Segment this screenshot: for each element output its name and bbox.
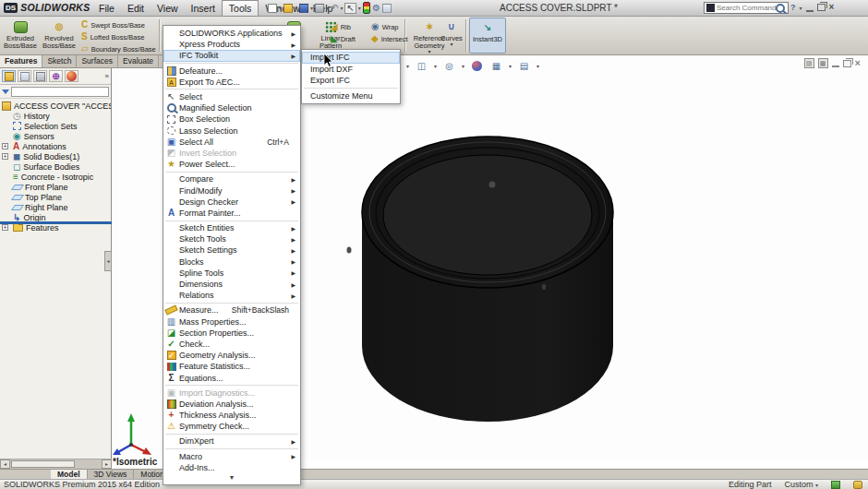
submenu-item-import-dxf[interactable]: Import DXF [302, 64, 400, 76]
displaymanager-tab-button[interactable] [65, 70, 78, 82]
menu-item-blocks[interactable]: Blocks▶ [163, 256, 300, 268]
model-access-cover-cylinder[interactable] [342, 118, 637, 428]
tree-item-solid-bodies-1-[interactable]: +◼Solid Bodies(1) [0, 151, 111, 161]
display-style-button[interactable]: ◫ [415, 59, 428, 73]
tree-item-annotations[interactable]: +AAnnotations [0, 141, 111, 151]
menu-item-find-modify[interactable]: Find/Modify▶ [163, 185, 300, 196]
menu-item-sketch-tools[interactable]: Sketch Tools▶ [163, 233, 300, 244]
menu-item-symmetry-check-[interactable]: ⚠Symmetry Check... [163, 421, 300, 432]
apply-scene-button[interactable]: ▦ [489, 59, 503, 73]
featuremanager-tab-button[interactable] [2, 70, 16, 82]
filter-input[interactable] [11, 87, 109, 97]
search-box[interactable] [704, 2, 789, 14]
qat-dropdown-icon[interactable]: ▾ [326, 5, 329, 11]
menu-item-select-all[interactable]: ▣Select AllCtrl+A [163, 137, 300, 148]
tree-root-item[interactable]: ACCESS COVER "ACCESS HOLE" ( [0, 101, 111, 111]
expand-icon[interactable]: + [2, 143, 8, 149]
edit-appearance-button[interactable] [470, 59, 484, 73]
revolved-boss-button[interactable]: ◎Revolved Boss/Base [41, 18, 78, 54]
menu-item-export-to-aec-[interactable]: AExport To AEC... [163, 77, 300, 88]
submenu-item-customize-menu[interactable]: Customize Menu [302, 90, 400, 102]
menu-item-feature-statistics-[interactable]: Feature Statistics... [163, 361, 300, 372]
window-pane-icon-2[interactable]: ▩ [818, 58, 828, 68]
menu-item-format-painter-[interactable]: AFormat Painter... [163, 208, 300, 219]
menu-item-solidworks-applications[interactable]: SOLIDWORKS Applications▶ [163, 28, 300, 39]
menu-item-compare[interactable]: Compare▶ [163, 173, 300, 185]
dropdown-arrow-icon[interactable]: ▾ [509, 63, 512, 69]
dimxpertmanager-tab-button[interactable]: ⊕ [49, 70, 63, 82]
menu-item-dimxpert[interactable]: DimXpert▶ [163, 435, 300, 447]
menu-item-lasso-selection[interactable]: Lasso Selection [163, 125, 300, 137]
menu-item-section-properties-[interactable]: ◪Section Properties... [163, 328, 300, 339]
expand-icon[interactable]: + [2, 224, 8, 231]
qat-new-button[interactable] [268, 4, 277, 13]
menu-item-spline-tools[interactable]: Spline Tools▶ [163, 268, 300, 279]
scrollbar-track[interactable] [10, 459, 102, 469]
menu-scroll-down-icon[interactable]: ▼ [163, 473, 300, 483]
menu-item-invert-selection[interactable]: ◩Invert Selection [163, 148, 300, 159]
help-icon[interactable]: ? [790, 4, 796, 12]
dropdown-arrow-icon[interactable]: ▾ [434, 63, 437, 69]
menu-item-box-selection[interactable]: Box Selection [163, 113, 300, 125]
instant3d-button[interactable]: ↘Instant3D [469, 18, 506, 54]
qat-select-button[interactable]: ↖ [344, 3, 356, 14]
dropdown-arrow-icon[interactable]: ▾ [462, 63, 464, 69]
tree-item-front-plane[interactable]: Front Plane [0, 182, 111, 192]
panel-splitter-handle[interactable]: ◂ [104, 251, 112, 271]
lofted-boss-button[interactable]: SLofted Boss/Base [81, 31, 144, 42]
menu-item-defeature-[interactable]: Defeature... [163, 66, 300, 77]
view-settings-button[interactable]: ▤ [517, 59, 531, 73]
tree-item-sensors[interactable]: ◉Sensors [0, 131, 111, 141]
menu-file[interactable]: File [92, 0, 121, 17]
menu-item-measure-[interactable]: Measure...Shift+BackSlash [163, 304, 300, 316]
menu-item-add-ins-[interactable]: Add-Ins... [163, 462, 300, 473]
menu-item-geometry-analysis-[interactable]: ✓Geometry Analysis... [163, 350, 300, 361]
menu-item-xpress-products[interactable]: Xpress Products▶ [163, 39, 300, 50]
search-icon[interactable] [776, 4, 785, 13]
menu-item-sketch-entities[interactable]: Sketch Entities▶ [163, 222, 300, 233]
tab-evaluate[interactable]: Evaluate [118, 55, 159, 67]
model-tab-model[interactable]: Model [51, 470, 88, 479]
qat-file-properties-button[interactable] [382, 4, 392, 13]
tree-item-top-plane[interactable]: Top Plane [0, 192, 111, 202]
rollback-bar[interactable] [0, 221, 112, 224]
close-icon[interactable]: × [829, 3, 835, 12]
draft-button[interactable]: ◣Draft [331, 33, 356, 44]
menu-item-deviation-analysis-[interactable]: Deviation Analysis... [163, 399, 300, 410]
panel-chevron-icon[interactable]: » [105, 72, 109, 80]
tree-item-surface-bodies[interactable]: ◻Surface Bodies [0, 161, 111, 172]
qat-print-button[interactable] [315, 4, 324, 13]
qat-dropdown-icon[interactable]: ▾ [358, 5, 361, 11]
submenu-item-import-ifc[interactable]: Import IFC [302, 52, 400, 64]
help-dropdown-icon[interactable]: ▾ [800, 5, 802, 11]
model-tab-3d-views[interactable]: 3D Views [88, 470, 135, 479]
extruded-boss-button[interactable]: Extruded Boss/Base [2, 18, 39, 54]
menu-item-magnified-selection[interactable]: Magnified Selection [163, 102, 300, 113]
menu-item-select[interactable]: ↖Select [163, 91, 300, 102]
menu-item-sketch-settings[interactable]: Sketch Settings▶ [163, 244, 300, 256]
menu-item-mass-properties-[interactable]: ▥Mass Properties... [163, 316, 300, 328]
menu-item-dimensions[interactable]: Dimensions▶ [163, 279, 300, 290]
tab-sketch[interactable]: Sketch [42, 55, 77, 67]
intersect-button[interactable]: ◆Intersect [371, 33, 407, 44]
scroll-left-icon[interactable]: ◂ [0, 459, 10, 469]
qat-undo-button[interactable]: ↶ [331, 4, 338, 13]
minimize-icon[interactable] [806, 4, 814, 12]
qat-dropdown-icon[interactable]: ▾ [295, 5, 297, 11]
boundary-boss-button[interactable]: ▱Boundary Boss/Base [81, 43, 156, 54]
tree-item-right-plane[interactable]: Right Plane [0, 202, 111, 212]
feature-tree-hscrollbar[interactable]: ◂ ▸ [0, 459, 112, 469]
status-help-icon[interactable] [831, 481, 840, 489]
rib-button[interactable]: ◢Rib [331, 21, 351, 32]
menu-item-relations[interactable]: Relations▶ [163, 290, 300, 301]
qat-dropdown-icon[interactable]: ▾ [310, 5, 313, 11]
tree-item-selection-sets[interactable]: Selection Sets [0, 121, 111, 131]
menu-item-check-[interactable]: ✓Check... [163, 339, 300, 350]
qat-options-button[interactable]: ⚙ [372, 4, 380, 13]
doc-restore-icon[interactable] [843, 60, 851, 67]
doc-minimize-icon[interactable] [832, 59, 839, 67]
search-input[interactable] [717, 4, 776, 12]
scroll-right-icon[interactable]: ▸ [102, 459, 112, 469]
menu-tools[interactable]: Tools [222, 0, 259, 17]
status-units-selector[interactable]: Custom ▾ [784, 480, 818, 489]
